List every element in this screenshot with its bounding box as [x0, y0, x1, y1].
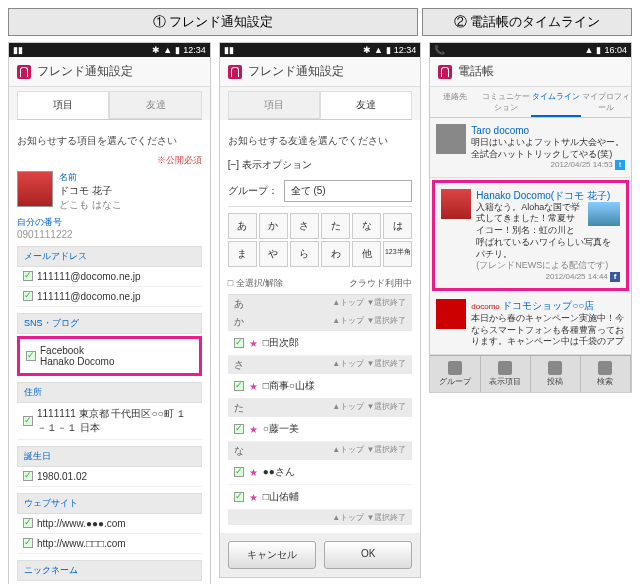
group-select[interactable]: 全て (5) — [284, 180, 413, 202]
checkbox-icon[interactable] — [23, 291, 33, 301]
birthday-item[interactable]: 1980.01.02 — [17, 467, 202, 487]
contact-row[interactable]: ★□商事○山様 — [228, 374, 413, 399]
feed-item[interactable]: Hanako Docomo(ドコモ 花子) 入籍なう。Alohaな国で挙式してき… — [435, 183, 626, 289]
checkbox-icon[interactable] — [234, 467, 244, 477]
feed-date: 2012/04/25 14:44 — [546, 272, 608, 281]
feed-name: Taro docomo — [471, 124, 625, 137]
section-links[interactable]: ▲トップ ▼選択終了 — [332, 358, 406, 372]
checkbox-icon[interactable] — [23, 471, 33, 481]
list-icon — [498, 361, 512, 375]
kana-btn[interactable]: 123半角 — [383, 241, 412, 267]
kana-btn[interactable]: あ — [228, 213, 257, 239]
app-title: 電話帳 — [458, 63, 494, 80]
tab-contacts[interactable]: 連絡先 — [430, 87, 480, 117]
my-number: 0901111222 — [17, 229, 202, 240]
kana-btn[interactable]: さ — [290, 213, 319, 239]
tab-items[interactable]: 項目 — [228, 91, 320, 119]
section-nickname: ニックネーム — [17, 560, 202, 581]
kana-btn[interactable]: ま — [228, 241, 257, 267]
mail-item[interactable]: 111111@docomo.ne.jp — [17, 267, 202, 287]
kana-btn[interactable]: や — [259, 241, 288, 267]
checkbox-icon[interactable] — [23, 416, 33, 426]
contact-name: □山佑輔 — [263, 490, 299, 504]
section-sns: SNS・ブログ — [17, 313, 202, 334]
select-all[interactable]: □ 全選択/解除 — [228, 277, 283, 290]
instruction: お知らせする項目を選んでください — [17, 134, 202, 148]
tab-friends[interactable]: 友達 — [109, 91, 201, 119]
tab-profile[interactable]: マイプロフィール — [581, 87, 631, 117]
app-icon — [17, 65, 31, 79]
checkbox-icon[interactable] — [234, 338, 244, 348]
nav-label: グループ — [439, 377, 471, 386]
ok-button[interactable]: OK — [324, 541, 412, 569]
screen-2: ▮▮ ✱▲▮12:34 フレンド通知設定 項目 友達 お知らせする友達を選んでく… — [219, 42, 422, 578]
feed-item[interactable]: Taro docomo 明日はいよいよフットサル大会やー。全試合ハットトリックし… — [430, 118, 631, 178]
mail-item[interactable]: 111111@docomo.ne.jp — [17, 287, 202, 307]
checkbox-icon[interactable] — [23, 538, 33, 548]
kana-btn[interactable]: 他 — [352, 241, 381, 267]
cancel-button[interactable]: キャンセル — [228, 541, 316, 569]
section-website: ウェブサイト — [17, 493, 202, 514]
star-icon: ★ — [249, 492, 258, 503]
section-links[interactable]: ▲トップ ▼選択終了 — [332, 315, 406, 329]
nav-label: 検索 — [597, 377, 613, 386]
feed-item[interactable]: docomo ドコモショップ○○店 本日から春のキャンペーン実施中！今ならスマー… — [430, 293, 631, 355]
kana-header: さ — [234, 358, 244, 372]
kana-btn[interactable]: ら — [290, 241, 319, 267]
feed-highlight: Hanako Docomo(ドコモ 花子) 入籍なう。Alohaな国で挙式してき… — [432, 180, 629, 292]
photo-thumb[interactable] — [588, 202, 620, 226]
nav-label: 表示項目 — [489, 377, 521, 386]
sns-highlight: FacebookHanako Docomo — [17, 336, 202, 376]
twitter-icon: t — [615, 160, 625, 170]
nav-group[interactable]: グループ — [430, 356, 480, 392]
app-icon — [228, 65, 242, 79]
tab-friends[interactable]: 友達 — [320, 91, 412, 119]
tab-communication[interactable]: コミュニケーション — [481, 87, 531, 117]
checkbox-icon[interactable] — [234, 424, 244, 434]
display-options[interactable]: [−] 表示オプション — [228, 154, 413, 176]
sns-item[interactable]: FacebookHanako Docomo — [20, 341, 199, 371]
checkbox-icon[interactable] — [234, 492, 244, 502]
tab-items[interactable]: 項目 — [17, 91, 109, 119]
section-links[interactable]: ▲トップ ▼選択終了 — [332, 444, 406, 458]
kana-btn[interactable]: わ — [321, 241, 350, 267]
nav-display[interactable]: 表示項目 — [481, 356, 531, 392]
checkbox-icon[interactable] — [23, 271, 33, 281]
kana-btn[interactable]: は — [383, 213, 412, 239]
edit-icon — [548, 361, 562, 375]
kana-btn[interactable]: か — [259, 213, 288, 239]
contact-row[interactable]: ★□田次郎 — [228, 331, 413, 356]
contact-row[interactable]: ★○藤一美 — [228, 417, 413, 442]
website-item[interactable]: http://www.□□□.com — [17, 534, 202, 554]
kana-header: か — [234, 315, 244, 329]
contact-row[interactable]: ★●●さん — [228, 460, 413, 485]
battery-icon: ▮ — [596, 45, 601, 55]
profile-name: ドコモ 花子 — [59, 184, 122, 198]
wifi-icon: ▲ — [163, 45, 172, 55]
feed-text: 本日から春のキャンペーン実施中！今ならスマートフォンも各種豊富っております。キャ… — [471, 313, 625, 348]
contact-row[interactable]: ★□山佑輔 — [228, 485, 413, 510]
checkbox-icon[interactable] — [23, 518, 33, 528]
kana-btn[interactable]: な — [352, 213, 381, 239]
kana-btn[interactable]: た — [321, 213, 350, 239]
website-item[interactable]: http://www.●●●.com — [17, 514, 202, 534]
birthday-value: 1980.01.02 — [37, 471, 87, 482]
cloud-status: クラウド利用中 — [349, 277, 412, 290]
nav-bar: グループ 表示項目 投稿 検索 — [430, 355, 631, 392]
kana-header: あ — [234, 297, 244, 311]
star-icon: ★ — [249, 424, 258, 435]
nav-search[interactable]: 検索 — [581, 356, 631, 392]
kana-grid: あ か さ た な は ま や ら わ 他 123半角 — [228, 213, 413, 267]
section-links[interactable]: ▲トップ ▼選択終了 — [332, 401, 406, 415]
address-item[interactable]: 1111111 東京都 千代田区○○町 １－１－１ 日本 — [17, 403, 202, 440]
section-links[interactable]: ▲トップ ▼選択終了 — [332, 297, 406, 311]
nickname-item[interactable]: ハナコ — [17, 581, 202, 584]
wifi-icon: ▲ — [585, 45, 594, 55]
nav-post[interactable]: 投稿 — [531, 356, 581, 392]
avatar — [17, 171, 53, 207]
tab-timeline[interactable]: タイムライン — [531, 87, 581, 117]
section-links[interactable]: ▲トップ ▼選択終了 — [332, 512, 406, 523]
contact-name: □田次郎 — [263, 336, 299, 350]
checkbox-icon[interactable] — [234, 381, 244, 391]
checkbox-icon[interactable] — [26, 351, 36, 361]
